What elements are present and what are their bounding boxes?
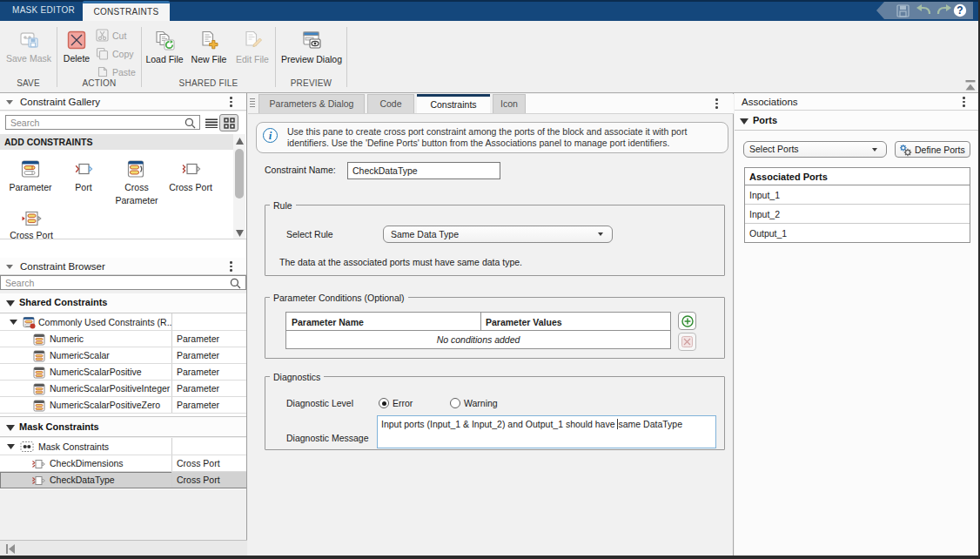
svg-text:?: ? <box>957 4 963 17</box>
